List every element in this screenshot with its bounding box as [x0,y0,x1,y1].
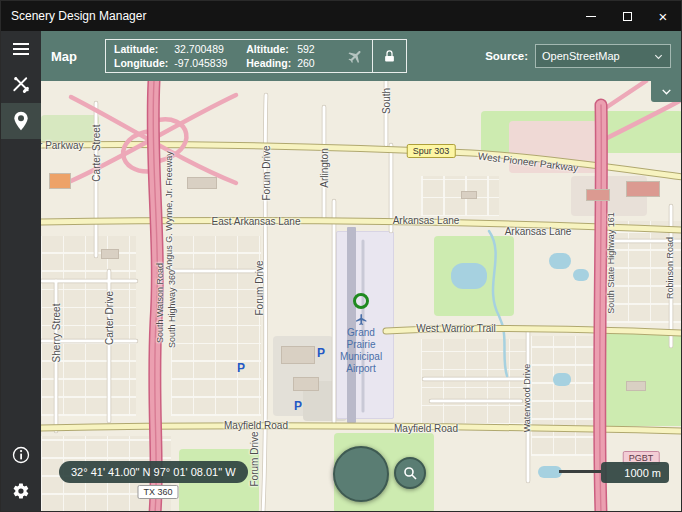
building [626,381,646,391]
follow-aircraft-button[interactable] [339,40,372,72]
maximize-button[interactable] [609,1,645,31]
telemetry-box: Latitude: 32.700489 Altitude: 592 Longit… [105,39,407,73]
lock-view-button[interactable] [372,40,406,72]
airplane-icon [344,44,368,68]
app-window: Scenery Design Manager × [0,0,682,512]
gear-icon [12,482,30,500]
primary-action-button[interactable] [333,446,389,502]
sidebar-item-settings[interactable] [1,473,41,509]
hamburger-icon [13,40,29,58]
map-toolbar: Map Latitude: 32.700489 Altitude: 592 Lo… [41,31,681,81]
search-button[interactable] [394,457,426,489]
scenery-marker[interactable] [353,293,369,309]
search-icon [402,465,418,481]
building [187,177,217,189]
longitude-label: Longitude: [114,56,168,70]
cursor-coordinates-readout: 32° 41' 41.00" N 97° 01' 08.01" W [59,461,248,483]
title-bar: Scenery Design Manager × [1,1,681,31]
chevron-down-icon [653,51,664,62]
building [49,173,71,189]
info-icon [12,446,30,464]
chevron-down-icon [660,85,673,98]
minimize-button[interactable] [573,1,609,31]
building [293,377,319,391]
page-title: Map [51,49,77,64]
lock-icon [382,49,397,64]
altitude-label: Altitude: [246,42,291,56]
altitude-value: 592 [297,42,331,56]
building [281,346,315,364]
sidebar-item-map[interactable] [1,103,41,139]
tools-icon [12,76,30,94]
sidebar-menu-button[interactable] [1,31,41,67]
heading-label: Heading: [246,56,291,70]
close-button[interactable]: × [645,1,681,31]
collapse-panel-button[interactable] [651,81,681,102]
source-label: Source: [485,50,528,62]
latitude-label: Latitude: [114,42,168,56]
source-selected-value: OpenStreetMap [542,50,620,62]
sidebar-item-tools[interactable] [1,67,41,103]
heading-value: 260 [297,56,331,70]
building [101,249,119,259]
sidebar-item-info[interactable] [1,437,41,473]
building [461,191,477,199]
building [586,189,610,201]
maximize-icon [623,12,632,21]
building [626,181,660,197]
source-select[interactable]: OpenStreetMap [535,44,671,68]
sidebar [1,31,41,512]
map-canvas[interactable]: West Pioneer Parkway Spur 303 West Pione… [41,81,681,512]
minimize-icon [586,16,596,17]
scale-bar [559,470,601,473]
longitude-value: -97.045839 [174,56,240,70]
close-icon: × [659,9,668,24]
window-title: Scenery Design Manager [1,9,573,23]
scale-label: 1000 m [601,462,669,483]
latitude-value: 32.700489 [174,42,240,56]
map-pin-icon [13,111,29,131]
